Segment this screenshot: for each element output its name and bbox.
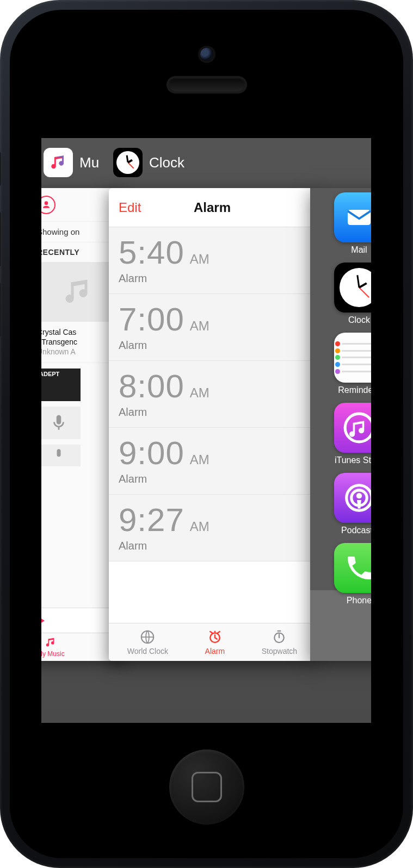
alarm-ampm: AM	[190, 452, 209, 467]
app-label: Clock	[348, 315, 370, 325]
alarm-label: Alarm	[119, 339, 306, 352]
clock-app-icon	[113, 148, 143, 177]
microphone-icon[interactable]	[41, 407, 81, 439]
alarm-label: Alarm	[119, 406, 306, 419]
volume-up-button[interactable]	[0, 212, 1, 266]
home-app-phone[interactable]: Phone	[310, 543, 371, 605]
alarm-row[interactable]: 9:00AM Alarm	[109, 428, 316, 495]
app-label: Podcasts	[341, 526, 371, 535]
phone-icon	[334, 543, 371, 593]
alarm-ampm: AM	[190, 319, 209, 334]
track-title: Crystal Cas	[41, 327, 119, 337]
tab-stopwatch[interactable]: Stopwatch	[262, 629, 297, 655]
home-button[interactable]	[169, 750, 244, 825]
album-thumb-adept[interactable]: ADEPT	[41, 369, 81, 401]
app-label: iTunes Store	[335, 455, 371, 465]
app-label: Reminders	[338, 385, 371, 395]
tab-label: Alarm	[205, 647, 225, 655]
svg-rect-4	[348, 210, 371, 225]
alarm-list[interactable]: 5:40AM Alarm 7:00AM Alarm 8:00AM Alarm 9…	[109, 227, 316, 561]
switcher-card-header-music: Mu	[44, 148, 99, 177]
home-app-mail[interactable]: Mail	[310, 192, 371, 255]
app-card-clock[interactable]: Edit Alarm 5:40AM Alarm 7:00AM Alarm 8:0…	[109, 188, 316, 661]
home-app-reminders[interactable]: Reminders	[310, 333, 371, 395]
mail-icon	[334, 192, 371, 242]
music-app-icon	[44, 148, 73, 177]
clock-navbar: Edit Alarm	[109, 188, 316, 227]
alarm-row[interactable]: 5:40AM Alarm	[109, 227, 316, 294]
alarm-time: 9:00	[119, 434, 184, 472]
album-art-placeholder[interactable]	[41, 262, 119, 322]
alarm-row[interactable]: 9:27AM Alarm	[109, 495, 316, 561]
track-subtitle: - Transgenc	[41, 337, 119, 347]
profile-icon[interactable]	[41, 196, 56, 214]
edit-button[interactable]: Edit	[119, 200, 141, 215]
alarm-label: Alarm	[119, 272, 306, 285]
iphone-frame: Mu Clock Showing on RECENTLY	[0, 0, 413, 868]
alarm-time: 5:40	[119, 234, 184, 271]
tab-my-music[interactable]: My Music	[41, 636, 65, 658]
alarm-ampm: AM	[190, 252, 209, 267]
alarm-time: 9:27	[119, 501, 184, 539]
app-label: Phone	[347, 596, 371, 605]
alarm-ampm: AM	[190, 519, 209, 534]
itunes-store-icon	[334, 403, 371, 453]
alarm-label: Alarm	[119, 473, 306, 485]
reminders-icon	[334, 333, 371, 383]
switcher-card-header-clock: Clock	[113, 148, 184, 177]
page-title: Alarm	[194, 200, 231, 215]
front-camera	[200, 48, 213, 61]
microphone-icon[interactable]	[41, 445, 81, 466]
screen: Mu Clock Showing on RECENTLY	[41, 138, 371, 723]
mute-switch[interactable]	[0, 152, 1, 186]
app-card-home[interactable]: Mail Clock Reminders	[310, 188, 371, 661]
alarm-ampm: AM	[190, 385, 209, 401]
svg-point-5	[345, 414, 371, 442]
app-label: Mail	[351, 245, 367, 255]
track-artist: Unknown A	[41, 347, 119, 357]
alarm-time: 7:00	[119, 301, 184, 338]
switcher-card-label: Mu	[79, 154, 99, 171]
clock-icon	[334, 263, 371, 313]
play-icon[interactable]	[41, 616, 45, 626]
alarm-row[interactable]: 8:00AM Alarm	[109, 361, 316, 428]
volume-down-button[interactable]	[0, 283, 1, 337]
svg-point-2	[214, 631, 215, 633]
alarm-time: 8:00	[119, 367, 184, 405]
clock-tab-bar: World Clock Alarm Stopwatch	[109, 623, 316, 661]
tab-world-clock[interactable]: World Clock	[127, 629, 168, 655]
switcher-card-label: Clock	[149, 154, 184, 171]
alarm-label: Alarm	[119, 540, 306, 552]
home-app-clock[interactable]: Clock	[310, 263, 371, 325]
podcasts-icon	[334, 473, 371, 523]
tab-label: Stopwatch	[262, 647, 297, 655]
tab-label: My Music	[41, 650, 65, 658]
home-app-podcasts[interactable]: Podcasts	[310, 473, 371, 535]
alarm-row[interactable]: 7:00AM Alarm	[109, 294, 316, 361]
home-app-itunes[interactable]: iTunes Store	[310, 403, 371, 465]
earpiece-speaker	[169, 78, 245, 91]
svg-point-8	[356, 493, 362, 498]
tab-label: World Clock	[127, 647, 168, 655]
tab-alarm[interactable]: Alarm	[205, 629, 225, 655]
